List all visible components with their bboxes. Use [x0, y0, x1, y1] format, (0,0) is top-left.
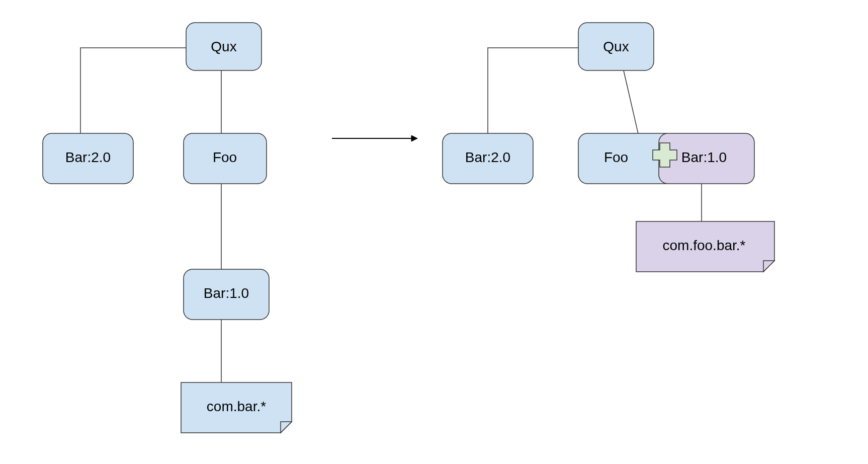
label-bar10-left: Bar:1.0: [204, 285, 249, 301]
edge-qux-bar20-left: [80, 48, 186, 133]
label-bar20-right: Bar:2.0: [465, 149, 510, 165]
node-bar20-left: Bar:2.0: [43, 133, 133, 184]
note-combar-left: com.bar.*: [181, 382, 292, 433]
edge-qux-foo-right: [624, 70, 639, 136]
label-bar10-right: Bar:1.0: [681, 149, 727, 165]
node-bar20-right: Bar:2.0: [443, 133, 533, 184]
label-qux-right: Qux: [603, 39, 629, 54]
label-foo-right: Foo: [604, 149, 628, 165]
label-note-left: com.bar.*: [207, 399, 266, 414]
transition-arrow: [332, 135, 417, 141]
label-bar20-left: Bar:2.0: [65, 149, 111, 165]
node-foo-left: Foo: [184, 133, 267, 184]
node-bar10-left: Bar:1.0: [184, 269, 269, 320]
label-qux-left: Qux: [211, 39, 236, 54]
edge-qux-bar20-right: [488, 48, 578, 133]
note-comfoobar-right: com.foo.bar.*: [636, 221, 774, 272]
label-note-right: com.foo.bar.*: [663, 238, 746, 253]
diagram-canvas: Qux Bar:2.0 Foo Bar:1.0 com.bar.* Qux: [0, 0, 868, 464]
label-foo-left: Foo: [213, 149, 237, 165]
node-qux-left: Qux: [186, 23, 262, 70]
node-qux-right: Qux: [578, 23, 654, 70]
